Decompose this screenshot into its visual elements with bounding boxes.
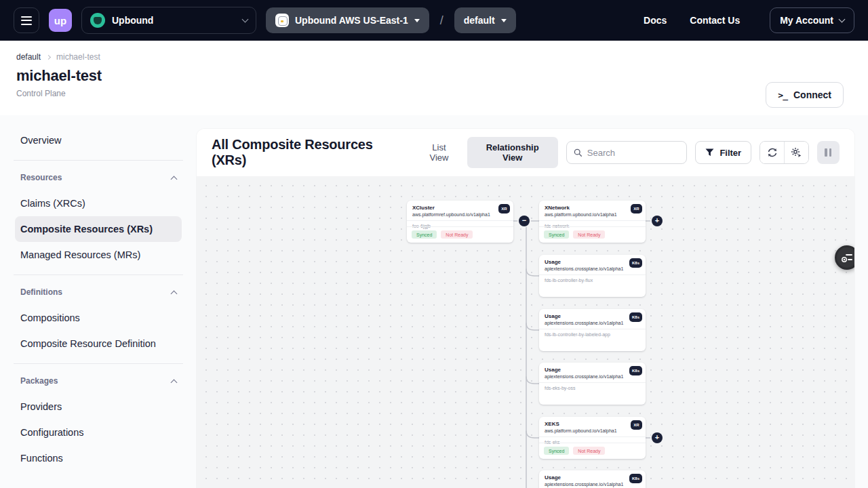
nav-link-docs[interactable]: Docs: [644, 15, 667, 26]
node-title: XNetwork: [545, 205, 640, 211]
node-kind-badge: XR: [631, 204, 642, 214]
node-api-version: apiextensions.crossplane.io/v1alpha1: [545, 266, 640, 272]
node-kind-badge: XR: [498, 204, 510, 214]
page-header: default michael-test michael-test Contro…: [0, 41, 868, 115]
my-account-label: My Account: [780, 15, 833, 26]
caret-down-icon: [501, 19, 507, 22]
group-selector-label: default: [464, 15, 495, 26]
node-api-version: apiextensions.crossplane.io/v1alpha1: [545, 320, 640, 326]
sidebar-item-managed-resources-mrs[interactable]: Managed Resources (MRs): [15, 242, 182, 268]
chevron-up-icon: [171, 379, 178, 386]
sidebar-divider: [14, 160, 183, 161]
connect-button-label: Connect: [793, 89, 831, 100]
chevron-up-icon: [171, 290, 178, 297]
sidebar-item-claims-xrcs[interactable]: Claims (XRCs): [15, 190, 182, 216]
gear-play-icon: [791, 147, 802, 158]
status-badge-synced: Synced: [544, 447, 569, 455]
chevron-down-icon: [839, 16, 846, 23]
resources-title: All Composite Resources (XRs): [212, 137, 407, 168]
resource-node-usage-fds-eks-by-oss[interactable]: Usageapiextensions.crossplane.io/v1alpha…: [539, 363, 646, 405]
sidebar-section-packages[interactable]: Packages: [15, 371, 182, 391]
sidebar-section-title: Definitions: [20, 287, 62, 297]
status-badge-not-ready: Not Ready: [573, 447, 605, 455]
resource-node-xeks-fds-eks[interactable]: XEKSaws.platform.upbound.io/v1alpha1fds-…: [539, 417, 646, 459]
sidebar-section-definitions[interactable]: Definitions: [15, 282, 182, 302]
status-badge-not-ready: Not Ready: [573, 230, 605, 239]
group-selector[interactable]: default: [454, 7, 516, 33]
node-header: XClusteraws.platformref.upbound.io/v1alp…: [407, 201, 513, 221]
caret-down-icon: [414, 19, 420, 22]
node-kind-badge: K8s: [629, 312, 642, 322]
search-icon: [574, 148, 582, 157]
sidebar-divider: [14, 274, 183, 275]
breadcrumb: default michael-test: [16, 52, 844, 62]
refresh-button[interactable]: [760, 142, 784, 163]
refresh-icon: [767, 147, 778, 158]
search-box: [566, 141, 688, 164]
view-toggle: List View Relationship View: [415, 137, 557, 168]
relationship-view-button[interactable]: Relationship View: [467, 137, 558, 168]
list-view-button[interactable]: List View: [415, 137, 462, 168]
node-title: Usage: [545, 313, 640, 320]
resource-node-xcluster-foo-6jgjb[interactable]: XClusteraws.platformref.upbound.io/v1alp…: [407, 201, 513, 243]
chevron-down-icon: [242, 16, 249, 23]
sidebar-item-composite-resources-xrs[interactable]: Composite Resources (XRs): [15, 216, 182, 242]
expand-node-button[interactable]: +: [652, 432, 663, 443]
sidebar-section-title: Packages: [20, 376, 58, 386]
status-badge-synced: Synced: [544, 230, 569, 239]
connect-button[interactable]: >_ Connect: [766, 82, 844, 108]
node-status-row: SyncedNot Ready: [539, 226, 646, 243]
sidebar-item-functions[interactable]: Functions: [15, 445, 182, 471]
pause-button[interactable]: [817, 141, 840, 164]
upbound-logo: up: [49, 9, 72, 32]
sidebar-item-overview[interactable]: Overview: [15, 127, 182, 153]
sidebar-item-providers[interactable]: Providers: [15, 394, 182, 420]
terminal-icon: >_: [778, 90, 787, 100]
resources-toolbar: All Composite Resources (XRs) List View …: [197, 129, 854, 176]
pause-icon: [825, 148, 827, 157]
org-selector-label: Upbound: [112, 15, 153, 26]
path-separator: /: [440, 14, 443, 28]
node-title: Usage: [545, 474, 640, 481]
control-plane-selector[interactable]: Upbound AWS US-East-1: [266, 7, 429, 33]
legend-button[interactable]: [835, 245, 854, 270]
filter-button[interactable]: Filter: [695, 141, 751, 164]
resource-node-usage-fds-lb-controller-by-labeled-app[interactable]: Usageapiextensions.crossplane.io/v1alpha…: [539, 309, 646, 351]
resource-node-usage-fds-lb-controller-by-flux[interactable]: Usageapiextensions.crossplane.io/v1alpha…: [539, 255, 646, 297]
status-badge-not-ready: Not Ready: [441, 230, 473, 239]
node-kind-badge: XR: [631, 420, 642, 430]
relationship-canvas[interactable]: XClusteraws.platformref.upbound.io/v1alp…: [197, 176, 854, 488]
search-input[interactable]: [587, 148, 680, 158]
status-badge-synced: Synced: [412, 230, 437, 239]
org-selector[interactable]: Upbound: [81, 7, 256, 34]
sidebar-item-composite-resource-definition[interactable]: Composite Resource Definition: [15, 331, 182, 357]
my-account-button[interactable]: My Account: [770, 7, 854, 33]
node-api-version: aws.platform.upbound.io/v1alpha1: [545, 211, 640, 218]
sidebar-item-compositions[interactable]: Compositions: [15, 305, 182, 331]
nav-link-contact-us[interactable]: Contact Us: [690, 15, 740, 26]
run-functions-button[interactable]: [784, 142, 808, 163]
resource-node-xnetwork-fds-network[interactable]: XNetworkaws.platform.upbound.io/v1alpha1…: [539, 201, 646, 243]
node-name: fds-lb-controller-by-labeled-app: [539, 329, 646, 340]
node-title: Usage: [545, 367, 640, 373]
legend-icon: [841, 252, 853, 263]
node-status-row: SyncedNot Ready: [407, 226, 513, 243]
sidebar: OverviewResourcesClaims (XRCs)Composite …: [0, 115, 197, 488]
page-subtitle: Control Plane: [16, 89, 844, 98]
sidebar-item-configurations[interactable]: Configurations: [15, 420, 182, 445]
node-kind-badge: K8s: [629, 474, 642, 483]
canvas-action-group: [760, 141, 809, 164]
nav-links: DocsContact Us: [644, 15, 740, 26]
control-plane-label: Upbound AWS US-East-1: [295, 15, 408, 26]
breadcrumb-parent[interactable]: default: [16, 52, 41, 62]
sidebar-section-resources[interactable]: Resources: [15, 167, 182, 188]
expand-node-button[interactable]: +: [652, 216, 663, 226]
collapse-node-button[interactable]: −: [519, 216, 530, 226]
chevron-up-icon: [171, 176, 178, 182]
menu-button[interactable]: [14, 7, 39, 33]
node-kind-badge: K8s: [629, 366, 642, 375]
node-kind-badge: K8s: [629, 258, 642, 268]
node-title: XCluster: [412, 205, 508, 211]
control-plane-icon: [275, 14, 289, 27]
resource-node-usage-cut[interactable]: Usageapiextensions.crossplane.io/v1alpha…: [539, 470, 646, 488]
